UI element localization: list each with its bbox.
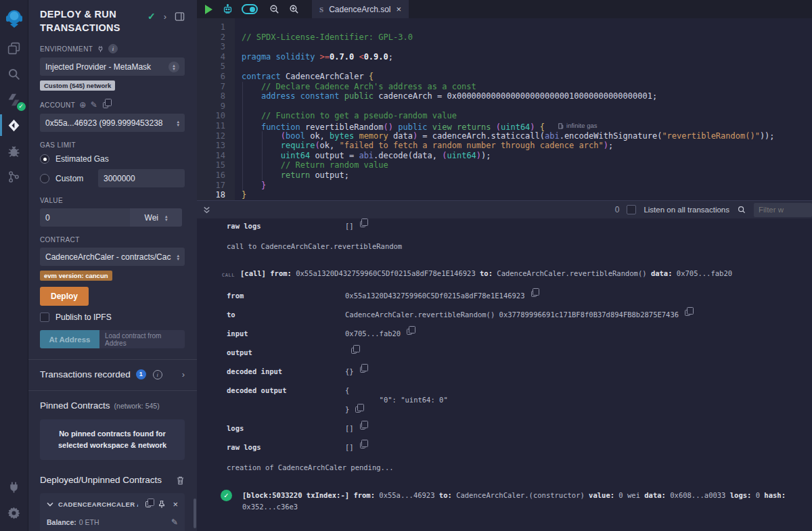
environment-select[interactable]: Injected Provider - MetaMask ▴▾: [40, 57, 185, 76]
git-branch-icon[interactable]: [0, 164, 28, 189]
search-icon[interactable]: [0, 61, 28, 87]
zoom-out-icon[interactable]: [269, 3, 280, 15]
code-line[interactable]: 14 uint64 output = abi.decode(data, (uin…: [197, 151, 812, 161]
edit-balance-icon[interactable]: ✎: [171, 517, 178, 527]
environment-info-icon[interactable]: i: [108, 44, 118, 53]
terminal-search-icon[interactable]: [737, 205, 746, 214]
deploy-run-icon[interactable]: [0, 112, 28, 138]
code-text: [225, 42, 242, 52]
panel-chevron-icon[interactable]: ›: [164, 11, 166, 22]
file-explorer-icon[interactable]: [0, 35, 28, 61]
debugger-icon[interactable]: [0, 138, 28, 164]
estimated-gas-option[interactable]: Estimated Gas: [40, 153, 185, 165]
code-line[interactable]: 16 return output;: [197, 170, 812, 181]
copy-icon[interactable]: [685, 310, 690, 316]
code-line[interactable]: 7 // Declare Cadence Arch's address as a…: [197, 82, 812, 92]
at-address-button[interactable]: At Address: [40, 330, 99, 348]
publish-ipfs-checkbox[interactable]: [40, 313, 49, 322]
ai-copilot-icon[interactable]: [222, 3, 233, 15]
line-number: 5: [197, 62, 225, 72]
custom-gas-radio[interactable]: [40, 174, 49, 183]
code-line[interactable]: 3: [197, 42, 812, 52]
code-text: uint64 output = abi.decode(data, (uint64…: [225, 151, 491, 161]
code-text: return output;: [225, 170, 349, 181]
tab-cadencearch-sol[interactable]: S CadenceArch.sol ×: [312, 0, 409, 18]
select-arrows-icon: ▴▾: [168, 62, 179, 72]
terminal[interactable]: raw logs[]call to CadenceArchCaler.rever…: [197, 218, 812, 531]
add-account-icon[interactable]: ⊕: [79, 100, 86, 110]
terminal-row-label: logs: [227, 423, 345, 433]
publish-ipfs-option[interactable]: Publish to IPFS: [40, 313, 185, 322]
pin-contract-icon[interactable]: [158, 500, 166, 509]
custom-gas-option[interactable]: Custom 3000000: [40, 169, 185, 187]
settings-icon[interactable]: [0, 500, 28, 526]
tab-label: CadenceArch.sol: [329, 5, 390, 14]
code-line[interactable]: 4pragma solidity >=0.7.0 <0.9.0;: [197, 52, 812, 62]
code-line[interactable]: 15 // Return random value: [197, 160, 812, 170]
terminal-filter-input[interactable]: [754, 203, 812, 217]
copy-icon[interactable]: [351, 348, 357, 354]
solidity-compiler-icon[interactable]: ✓: [0, 87, 28, 112]
code-line[interactable]: 18}: [197, 190, 812, 200]
code-line[interactable]: 11 function revertibleRandom() public vi…: [197, 121, 812, 131]
terminal-block-row[interactable]: ✓[block:5033220 txIndex:-] from: 0x55a..…: [197, 490, 812, 513]
code-editor[interactable]: 12// SPDX-License-Identifier: GPL-3.034p…: [197, 18, 812, 200]
copy-icon[interactable]: [360, 221, 365, 227]
panel-scrollbar[interactable]: [194, 499, 196, 528]
code-line[interactable]: 8 address constant public cadenceArch = …: [197, 91, 812, 101]
transactions-recorded-section[interactable]: Transactions recorded 1 i ›: [40, 369, 185, 379]
estimated-gas-radio[interactable]: [40, 154, 49, 164]
remove-contract-icon[interactable]: ×: [173, 499, 178, 509]
copy-icon[interactable]: [531, 291, 537, 297]
close-tab-icon[interactable]: ×: [397, 4, 402, 14]
terminal-row-label: to: [227, 310, 345, 319]
account-select[interactable]: 0x55a...46923 (999.9999453238 ▴▾: [40, 114, 185, 132]
terminal-row-value: { "0": "uint64: 0"}: [345, 386, 448, 414]
code-line[interactable]: 5: [197, 62, 812, 72]
deploy-button[interactable]: Deploy: [40, 287, 89, 306]
gas-pump-icon: [558, 122, 564, 129]
copilot-toggle[interactable]: [242, 4, 258, 14]
clear-deployed-icon[interactable]: [176, 476, 185, 485]
copy-icon[interactable]: [360, 423, 365, 430]
run-script-icon[interactable]: [205, 5, 212, 14]
code-line[interactable]: 1: [197, 22, 812, 32]
value-input[interactable]: 0: [40, 208, 130, 227]
terminal-call-row[interactable]: CALL[call] from: 0x55a1320D432759960C5Df…: [197, 269, 812, 280]
collapse-contract-icon[interactable]: [47, 502, 53, 507]
deployed-contracts-header: Deployed/Unpinned Contracts: [40, 475, 185, 485]
terminal-kv-row: input0x705...fab20: [197, 329, 812, 338]
at-address-input[interactable]: Load contract from Addres: [99, 330, 185, 348]
copy-icon[interactable]: [355, 407, 361, 413]
copy-account-icon[interactable]: [103, 102, 108, 108]
code-line[interactable]: 6contract CadenceArchCaler {: [197, 72, 812, 82]
copy-contract-icon[interactable]: [145, 501, 151, 507]
plug-icon[interactable]: [97, 45, 104, 53]
expand-terminal-icon[interactable]: [202, 206, 211, 214]
copy-icon[interactable]: [407, 329, 412, 335]
pin-panel-icon[interactable]: [175, 11, 185, 22]
edit-account-icon[interactable]: ✎: [91, 100, 97, 110]
plugin-manager-icon[interactable]: [0, 474, 28, 500]
remix-logo-icon[interactable]: [0, 5, 28, 31]
terminal-row-label: raw logs: [227, 442, 345, 452]
success-check-icon: ✓: [221, 490, 232, 501]
panel-title: DEPLOY & RUN TRANSACTIONS: [40, 8, 141, 34]
code-line[interactable]: 10 // Function to get a pseudo-random va…: [197, 111, 812, 121]
transactions-expand-icon[interactable]: ›: [182, 369, 185, 379]
contract-select[interactable]: CadenceArchCaler - contracts/Cac ▴▾: [40, 248, 185, 266]
zoom-in-icon[interactable]: [288, 3, 300, 15]
code-line[interactable]: 12 (bool ok, bytes memory data) = cadenc…: [197, 131, 812, 141]
listen-all-checkbox[interactable]: [627, 205, 636, 214]
code-line[interactable]: 9: [197, 101, 812, 112]
copy-icon[interactable]: [360, 367, 365, 373]
code-text: require(ok, "failed to fetch a random nu…: [225, 141, 613, 151]
select-arrows-icon: ▴▾: [177, 120, 179, 126]
code-line[interactable]: 13 require(ok, "failed to fetch a random…: [197, 141, 812, 151]
value-unit-select[interactable]: Wei ▴▾: [130, 208, 182, 227]
copy-icon[interactable]: [360, 442, 365, 448]
code-line[interactable]: 17 }: [197, 181, 812, 191]
code-line[interactable]: 2// SPDX-License-Identifier: GPL-3.0: [197, 32, 812, 43]
custom-gas-input[interactable]: 3000000: [98, 169, 185, 187]
transactions-info-icon[interactable]: i: [153, 370, 162, 379]
